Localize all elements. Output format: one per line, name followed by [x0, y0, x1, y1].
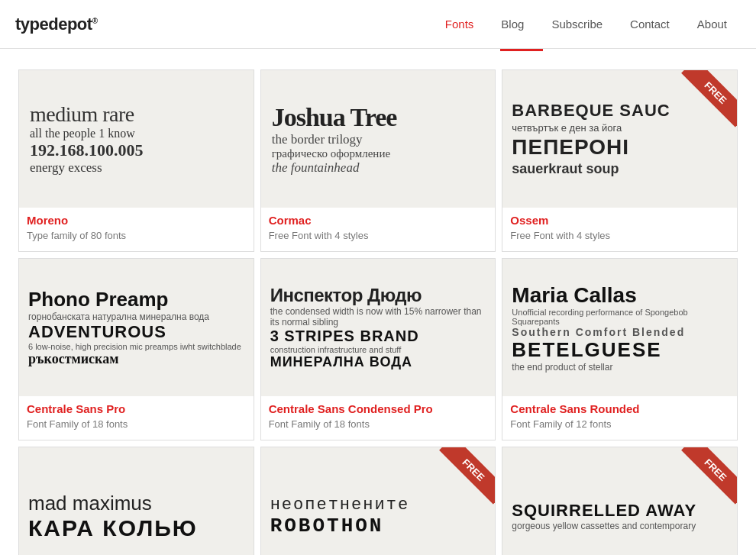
- preview-line: ПЕПЕРОНІ: [512, 135, 728, 160]
- font-card-info: Centrale Sans Condensed Pro Font Family …: [261, 396, 496, 440]
- preview-line: Joshua Tree: [272, 103, 485, 132]
- font-preview-csanscondensed: Инспектор Дюдю the condensed width is no…: [261, 259, 496, 396]
- preview-line: ADVENTUROUS: [28, 322, 244, 342]
- preview-line: the condensed width is now with 15% narr…: [270, 306, 486, 328]
- free-badge: FREE: [676, 70, 737, 131]
- free-badge-label: FREE: [681, 447, 737, 504]
- free-badge: FREE: [676, 447, 737, 508]
- font-grid: medium rare all the people 1 know 192.16…: [0, 51, 756, 555]
- free-badge: FREE: [434, 447, 495, 508]
- preview-line: BETELGUESE: [512, 338, 728, 362]
- preview-line: 192.168.100.005: [30, 140, 243, 160]
- font-card-info: Moreno Type family of 80 fonts: [19, 208, 254, 251]
- preview-line: construction infrastructure and stuff: [270, 345, 486, 354]
- nav-contact[interactable]: Contact: [616, 0, 683, 49]
- font-preview-moreno: medium rare all the people 1 know 192.16…: [19, 70, 254, 208]
- preview-line: ръкостмискам: [28, 351, 244, 367]
- nav-fonts[interactable]: Fonts: [431, 0, 488, 49]
- font-preview-cormac: Joshua Tree the border trilogy графическ…: [261, 70, 496, 208]
- font-name[interactable]: Cormac: [269, 214, 488, 227]
- font-description: Free Font with 4 styles: [510, 230, 610, 241]
- font-card-bottom-left[interactable]: mad maximus КАРА КОЛЬЮ: [18, 447, 254, 555]
- preview-line: горнобанската натурална минерална вода: [28, 311, 244, 322]
- font-preview-bottom-right: SQUIRRELLED AWAY gorgeous yellow cassett…: [502, 447, 737, 555]
- preview-line: Phono Preamp: [28, 288, 244, 311]
- font-name[interactable]: Centrale Sans Rounded: [510, 402, 729, 415]
- font-description: Free Font with 4 styles: [269, 230, 369, 241]
- font-description: Type family of 80 fonts: [27, 230, 126, 241]
- font-name[interactable]: Ossem: [510, 214, 729, 227]
- font-preview-ossem: BARBEQUE SAUC четвъртък е ден за йога ПЕ…: [502, 70, 737, 208]
- preview-line: all the people 1 know: [30, 127, 243, 140]
- font-card-info: Ossem Free Font with 4 styles: [502, 208, 737, 251]
- font-card-centrale-sans-rounded[interactable]: Maria Callas Unofficial recording perfor…: [502, 258, 738, 440]
- font-preview-bottom-mid: неопетнените ROBOTHON FREE: [261, 447, 496, 555]
- site-logo[interactable]: typedepot®: [15, 15, 98, 34]
- preview-line: gorgeous yellow cassettes and contempora…: [512, 521, 728, 531]
- preview-line: 3 STRIPES BRAND: [270, 328, 486, 345]
- preview-line: the border trilogy: [272, 132, 485, 147]
- preview-line: the fountainhead: [272, 160, 485, 176]
- font-card-bottom-mid[interactable]: неопетнените ROBOTHON FREE: [260, 447, 496, 555]
- font-name[interactable]: Centrale Sans Pro: [27, 402, 246, 415]
- preview-line: Инспектор Дюдю: [270, 285, 486, 306]
- site-header: typedepot® Fonts Blog Subscribe Contact …: [0, 0, 756, 49]
- logo-text: typedepot: [15, 15, 92, 34]
- preview-line: Southern Comfort Blended: [512, 326, 728, 338]
- font-card-bottom-right[interactable]: SQUIRRELLED AWAY gorgeous yellow cassett…: [502, 447, 738, 555]
- preview-line: 6 low-noise, high precision mic preamps …: [28, 342, 244, 351]
- font-description: Font Family of 18 fonts: [27, 418, 128, 430]
- font-card-info: Centrale Sans Rounded Font Family of 12 …: [502, 396, 737, 440]
- nav-subscribe[interactable]: Subscribe: [538, 0, 616, 49]
- font-description: Font Family of 18 fonts: [269, 418, 370, 430]
- free-badge-label: FREE: [439, 447, 495, 504]
- nav-blog[interactable]: Blog: [487, 0, 538, 49]
- font-card-centrale-sans-condensed-pro[interactable]: Инспектор Дюдю the condensed width is no…: [260, 258, 496, 440]
- font-name[interactable]: Centrale Sans Condensed Pro: [269, 402, 488, 415]
- preview-line: mad maximus: [28, 492, 244, 515]
- font-card-centrale-sans-pro[interactable]: Phono Preamp горнобанската натурална мин…: [18, 258, 254, 440]
- font-description: Font Family of 12 fonts: [510, 418, 611, 430]
- font-card-cormac[interactable]: Joshua Tree the border trilogy графическ…: [260, 69, 496, 252]
- font-card-info: Centrale Sans Pro Font Family of 18 font…: [19, 396, 254, 440]
- preview-line: Unofficial recording performance of Spon…: [512, 308, 728, 326]
- preview-line: medium rare: [30, 102, 243, 127]
- font-card-info: Cormac Free Font with 4 styles: [261, 208, 496, 251]
- font-card-moreno[interactable]: medium rare all the people 1 know 192.16…: [18, 69, 254, 252]
- preview-line: Maria Callas: [512, 283, 728, 308]
- main-nav: Fonts Blog Subscribe Contact About: [431, 0, 741, 49]
- preview-line: ROBOTHON: [270, 515, 486, 537]
- font-preview-csanspro: Phono Preamp горнобанската натурална мин…: [19, 259, 254, 396]
- preview-line: the end product of stellar: [512, 362, 728, 373]
- logo-sup: ®: [92, 16, 98, 24]
- nav-about[interactable]: About: [683, 0, 741, 49]
- preview-line: МИНЕРАЛНА ВОДА: [270, 354, 486, 370]
- preview-line: energy excess: [30, 160, 243, 176]
- font-preview-csansrounded: Maria Callas Unofficial recording perfor…: [502, 259, 737, 396]
- font-name[interactable]: Moreno: [27, 214, 246, 227]
- preview-line: КАРА КОЛЬЮ: [28, 515, 244, 541]
- font-card-ossem[interactable]: BARBEQUE SAUC четвъртък е ден за йога ПЕ…: [502, 69, 738, 252]
- preview-line: sauerkraut soup: [512, 161, 728, 177]
- preview-line: графическо оформление: [272, 147, 485, 160]
- font-preview-bottom-left: mad maximus КАРА КОЛЬЮ: [19, 447, 254, 555]
- free-badge-label: FREE: [681, 70, 737, 127]
